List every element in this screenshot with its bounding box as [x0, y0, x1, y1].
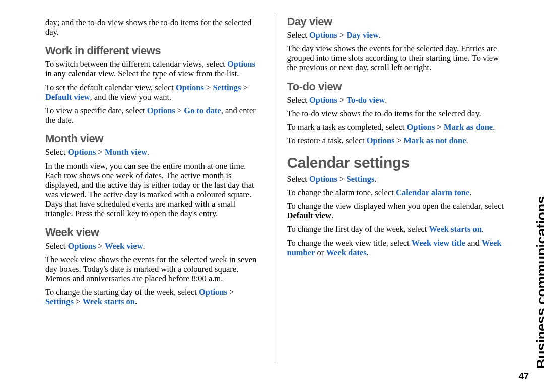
page-body: day; and the to-do view shows the to-do …: [0, 0, 544, 380]
cal-p1: To change the alarm tone, select Calenda…: [287, 188, 504, 198]
text: .: [493, 122, 495, 132]
text: Select: [287, 174, 309, 184]
text: >: [395, 136, 404, 145]
section-label: Business communications: [534, 196, 544, 369]
text: .: [466, 136, 468, 145]
cal-p4: To change the week view title, select We…: [287, 239, 504, 258]
work-p2: To set the default calendar view, select…: [45, 83, 262, 102]
text: >: [96, 241, 105, 251]
day-view-link: Day view: [346, 30, 379, 40]
week-p2: To change the starting day of the week, …: [45, 288, 262, 307]
text: .: [482, 224, 484, 234]
text: .: [374, 174, 376, 184]
week-view-title-link: Week view title: [412, 238, 465, 248]
options-link: Options: [227, 59, 255, 69]
text: >: [241, 83, 247, 92]
week-p1: The week view shows the events for the s…: [45, 255, 262, 284]
week-select: Select Options > Week view.: [45, 242, 262, 251]
settings-link: Settings: [213, 83, 241, 92]
options-link: Options: [309, 30, 337, 40]
text: To view a specific date, select: [45, 106, 147, 115]
cal-p3: To change the first day of the week, sel…: [287, 225, 504, 234]
text: Select: [287, 95, 309, 105]
options-link: Options: [67, 241, 96, 251]
default-view-link: Default view: [45, 92, 90, 102]
text: >: [74, 297, 83, 306]
heading-todo: To-do view: [287, 80, 504, 93]
text: in any calendar view. Select the type of…: [45, 69, 239, 79]
heading-work: Work in different views: [45, 44, 262, 57]
todo-p2: To mark a task as completed, select Opti…: [287, 123, 504, 132]
cal-p2: To change the view displayed when you op…: [287, 202, 504, 221]
work-p1: To switch between the different calendar…: [45, 60, 262, 79]
heading-calendar-settings: Calendar settings: [287, 154, 504, 172]
text: >: [337, 95, 347, 105]
page-number: 47: [519, 371, 529, 382]
options-link: Options: [407, 122, 435, 132]
text: To change the alarm tone, select: [287, 188, 396, 197]
mark-done-link: Mark as done: [444, 122, 493, 132]
text: >: [337, 174, 347, 184]
text: Select: [45, 241, 67, 251]
week-view-link: Week view: [105, 241, 143, 251]
text: .: [135, 297, 137, 306]
intro-para: day; and the to-do view shows the to-do …: [45, 18, 262, 37]
heading-day: Day view: [287, 15, 504, 28]
options-link: Options: [367, 136, 395, 145]
right-column: Day view Select Options > Day view. The …: [287, 15, 504, 365]
text: To mark a task as completed, select: [287, 122, 407, 132]
settings-link: Settings: [45, 297, 74, 306]
heading-month: Month view: [45, 132, 262, 145]
month-select: Select Options > Month view.: [45, 148, 262, 158]
text: To set the default calendar view, select: [45, 83, 176, 92]
text: Select: [287, 30, 309, 40]
options-link: Options: [147, 106, 175, 115]
text: To change the view displayed when you op…: [287, 201, 504, 211]
text: .: [469, 188, 471, 197]
text: >: [204, 83, 213, 92]
week-starts-on-link: Week starts on: [429, 224, 482, 234]
cal-select: Select Options > Settings.: [287, 175, 504, 184]
todo-view-link: To-do view: [346, 95, 385, 105]
day-select: Select Options > Day view.: [287, 31, 504, 40]
column-divider: [275, 15, 275, 365]
text: , and the view you want.: [90, 92, 171, 102]
options-link: Options: [176, 83, 204, 92]
text: To change the week view title, select: [287, 238, 412, 248]
heading-week: Week view: [45, 226, 262, 239]
text: >: [96, 147, 105, 157]
text: >: [227, 287, 234, 297]
text: To switch between the different calendar…: [45, 59, 227, 69]
mark-not-done-link: Mark as not done: [403, 136, 466, 145]
options-link: Options: [199, 287, 227, 297]
text: .: [385, 95, 387, 105]
text: .: [147, 147, 149, 157]
text: To change the starting day of the week, …: [45, 287, 199, 297]
text: >: [435, 122, 444, 132]
todo-p1: The to-do view shows the to-do items for…: [287, 109, 504, 119]
month-p1: In the month view, you can see the entir…: [45, 162, 262, 219]
settings-link: Settings: [346, 174, 374, 184]
text: .: [379, 30, 381, 40]
text: To change the first day of the week, sel…: [287, 224, 429, 234]
month-view-link: Month view: [105, 147, 147, 157]
text: .: [331, 211, 333, 220]
text: >: [337, 30, 347, 40]
text: .: [143, 241, 145, 251]
text: and: [465, 238, 482, 248]
text: >: [175, 106, 184, 115]
text: .: [367, 248, 369, 257]
text: or: [315, 248, 326, 257]
calendar-alarm-tone-link: Calendar alarm tone: [396, 188, 469, 197]
goto-date-link: Go to date: [184, 106, 221, 115]
todo-p3: To restore a task, select Options > Mark…: [287, 136, 504, 146]
options-link: Options: [67, 147, 96, 157]
text: To restore a task, select: [287, 136, 367, 145]
work-p3: To view a specific date, select Options …: [45, 106, 262, 125]
default-view-bold: Default view: [287, 211, 331, 220]
text: Select: [45, 147, 67, 157]
todo-select: Select Options > To-do view.: [287, 96, 504, 105]
options-link: Options: [309, 95, 337, 105]
left-column: day; and the to-do view shows the to-do …: [45, 15, 262, 365]
week-dates-link: Week dates: [326, 248, 366, 257]
